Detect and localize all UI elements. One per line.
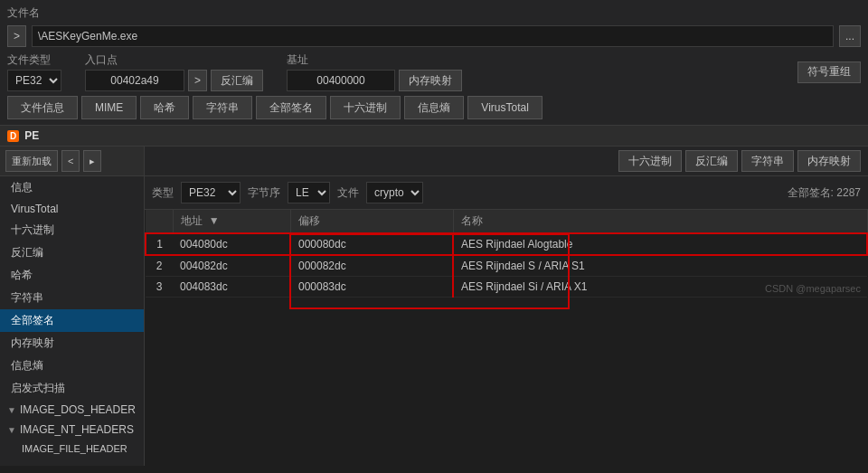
- file-info-button[interactable]: 文件信息: [7, 96, 78, 119]
- dotdot-button[interactable]: ...: [839, 25, 861, 47]
- row-addr-2: 004082dc: [173, 255, 290, 277]
- sym-rebuild-button[interactable]: 符号重组: [797, 61, 861, 83]
- table-row[interactable]: 2 004082dc 000082dc AES Rijndael S / ARI…: [146, 255, 867, 277]
- disasm-button[interactable]: 反汇编: [211, 70, 263, 91]
- hex-button[interactable]: 十六进制: [330, 96, 401, 119]
- sidebar-item-heuristic[interactable]: 启发式扫描: [0, 377, 144, 400]
- sidebar-item-virustotal[interactable]: VirusTotal: [0, 199, 144, 219]
- type-filter-select[interactable]: PE32 PE64 ELF32 ELF64: [181, 182, 241, 203]
- table-row[interactable]: 3 004083dc 000083dc AES Rijndael Si / AR…: [146, 277, 867, 298]
- col-header-name: 名称: [453, 210, 867, 233]
- type-select[interactable]: PE32: [7, 70, 61, 91]
- row-offset-2: 000082dc: [290, 255, 453, 277]
- type-group: 文件类型 PE32: [7, 52, 61, 91]
- entry-group: 入口点 00402a49 > 反汇编: [85, 52, 263, 91]
- filename-input[interactable]: [32, 25, 834, 47]
- sidebar-item-entropy[interactable]: 信息熵: [0, 355, 144, 377]
- sidebar-item-mem-map[interactable]: 内存映射: [0, 332, 144, 355]
- byte-order-label: 字节序: [248, 185, 280, 201]
- type-controls: PE32: [7, 70, 61, 91]
- sym-rebuild-group: 符号重组: [797, 61, 861, 83]
- mem-map-button[interactable]: 内存映射: [399, 70, 462, 91]
- byte-order-select[interactable]: LE BE: [288, 182, 330, 203]
- table-row[interactable]: 1 004080dc 000080dc AES Rijndael Alogtab…: [146, 233, 867, 255]
- total-sigs-label: 全部签名:: [788, 186, 834, 199]
- addr-label: 基址: [287, 52, 462, 68]
- info-fire-button[interactable]: 信息熵: [404, 96, 464, 119]
- row-offset-1: 000080dc: [290, 233, 453, 255]
- row-num-2: 2: [146, 255, 173, 277]
- addr-input[interactable]: 00400000: [287, 70, 395, 91]
- row-offset-3: 000083dc: [290, 277, 453, 298]
- sidebar-toolbar: 重新加载 < ▸: [0, 147, 144, 176]
- col-header-offset: 偏移: [290, 210, 453, 233]
- right-content: 十六进制 反汇编 字符串 内存映射 类型 PE32 PE64 ELF32 ELF…: [145, 147, 868, 466]
- pe-label: PE: [24, 129, 39, 142]
- row-addr-1: 004080dc: [173, 233, 290, 255]
- type-filter-label: 类型: [152, 185, 174, 201]
- col-header-num: [146, 210, 173, 233]
- back-button[interactable]: <: [61, 150, 80, 172]
- filter-row: 类型 PE32 PE64 ELF32 ELF64 字节序 LE BE 文件 cr…: [145, 176, 868, 210]
- table-wrapper: 地址 ▼ 偏移 名称 1 004080dc 000080dc AES Rijnd…: [145, 210, 868, 298]
- top-section: 文件名 > ... 文件类型 PE32 入口点 00402a49 > 反汇编 基…: [0, 0, 868, 126]
- entry-controls: 00402a49 > 反汇编: [85, 70, 263, 91]
- sidebar-item-dos-header[interactable]: ▼ IMAGE_DOS_HEADER: [0, 400, 144, 420]
- all-sigs-button[interactable]: 全部签名: [256, 96, 326, 119]
- sidebar-item-strings[interactable]: 字符串: [0, 287, 144, 309]
- sig-table: 地址 ▼ 偏移 名称 1 004080dc 000080dc AES Rijnd…: [145, 210, 868, 298]
- right-mem-map-button[interactable]: 内存映射: [797, 150, 861, 172]
- sidebar-item-info[interactable]: 信息: [0, 176, 144, 199]
- dos-header-label: IMAGE_DOS_HEADER: [20, 403, 136, 416]
- browse-left-button[interactable]: >: [7, 25, 26, 47]
- strings-button[interactable]: 字符串: [193, 96, 252, 119]
- table-header-row: 地址 ▼ 偏移 名称: [146, 210, 867, 233]
- sidebar: 重新加载 < ▸ 信息 VirusTotal 十六进制 反汇编 哈希 字符串 全…: [0, 147, 145, 466]
- row-addr-3: 004083dc: [173, 277, 290, 298]
- row-num-3: 3: [146, 277, 173, 298]
- right-toolbar: 十六进制 反汇编 字符串 内存映射: [145, 147, 868, 176]
- sidebar-item-hex[interactable]: 十六进制: [0, 219, 144, 241]
- type-entry-row: 文件类型 PE32 入口点 00402a49 > 反汇编 基址 00400000…: [7, 52, 861, 91]
- pe-icon: D: [7, 130, 19, 142]
- virus-total-button[interactable]: VirusTotal: [467, 96, 542, 119]
- addr-controls: 00400000 内存映射: [287, 70, 462, 91]
- nt-headers-chevron-icon: ▼: [7, 425, 16, 435]
- file-filter-label: 文件: [337, 185, 359, 201]
- sidebar-item-file-header[interactable]: IMAGE_FILE_HEADER: [0, 440, 144, 458]
- main-content: 重新加载 < ▸ 信息 VirusTotal 十六进制 反汇编 哈希 字符串 全…: [0, 147, 868, 466]
- entry-label: 入口点: [85, 52, 263, 68]
- col-header-address: 地址 ▼: [173, 210, 290, 233]
- address-header-label: 地址: [181, 214, 203, 227]
- sidebar-item-disasm[interactable]: 反汇编: [0, 241, 144, 264]
- entry-input[interactable]: 00402a49: [85, 70, 184, 91]
- row-name-2: AES Rijndael S / ARIA S1: [453, 255, 867, 277]
- type-label: 文件类型: [7, 52, 61, 68]
- table-header: 地址 ▼ 偏移 名称: [146, 210, 867, 233]
- total-sigs-value: 2287: [836, 186, 861, 199]
- reload-button[interactable]: 重新加载: [5, 150, 58, 172]
- watermark: CSDN @megaparsec: [765, 283, 861, 294]
- total-sigs-display: 全部签名: 2287: [788, 185, 861, 201]
- mime-button[interactable]: MIME: [81, 96, 137, 119]
- hash-button[interactable]: 哈希: [140, 96, 189, 119]
- sidebar-item-nt-headers[interactable]: ▼ IMAGE_NT_HEADERS: [0, 420, 144, 440]
- filename-row: 文件名: [7, 5, 861, 21]
- pe-header: D PE: [0, 126, 868, 147]
- entry-arrow-button[interactable]: >: [188, 70, 207, 91]
- sidebar-fwd-button[interactable]: ▸: [83, 150, 101, 172]
- toolbar-row: 文件信息 MIME 哈希 字符串 全部签名 十六进制 信息熵 VirusTota…: [7, 96, 861, 119]
- right-disasm-button[interactable]: 反汇编: [685, 150, 738, 172]
- filename-input-row: > ...: [7, 25, 861, 47]
- right-strings-button[interactable]: 字符串: [741, 150, 794, 172]
- sidebar-item-all-sigs[interactable]: 全部签名: [0, 309, 144, 332]
- address-sort-icon[interactable]: ▼: [209, 214, 220, 227]
- row-num-1: 1: [146, 233, 173, 255]
- sidebar-item-hash[interactable]: 哈希: [0, 264, 144, 287]
- row-name-1: AES Rijndael Alogtable: [453, 233, 867, 255]
- filename-label: 文件名: [7, 5, 40, 21]
- file-filter-select[interactable]: crypto all none: [366, 182, 423, 203]
- dos-header-chevron-icon: ▼: [7, 405, 16, 415]
- addr-group: 基址 00400000 内存映射: [287, 52, 462, 91]
- right-hex-button[interactable]: 十六进制: [618, 150, 682, 172]
